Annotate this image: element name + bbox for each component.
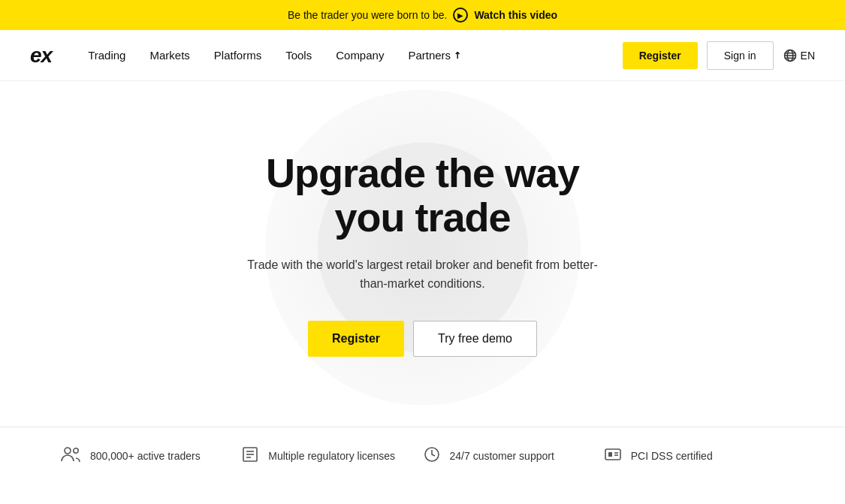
stats-bar: 800,000+ active traders Multiple regulat… (0, 427, 845, 486)
support-text: 24/7 customer support (450, 449, 554, 464)
regulatory-icon (241, 445, 259, 468)
logo-text: ex (30, 44, 52, 67)
language-button[interactable]: EN (783, 48, 815, 63)
top-banner: Be the trader you were born to be. ▶ Wat… (0, 0, 845, 30)
svg-rect-12 (605, 449, 620, 460)
regulatory-text: Multiple regulatory licenses (268, 449, 395, 464)
hero-register-button[interactable]: Register (308, 321, 404, 357)
nav-item-company[interactable]: Company (336, 49, 384, 62)
active-traders-icon (60, 445, 81, 468)
hero-section: Upgrade the way you trade Trade with the… (0, 81, 845, 427)
nav-item-tools[interactable]: Tools (285, 49, 312, 62)
pci-icon (604, 445, 622, 468)
hero-buttons: Register Try free demo (243, 321, 603, 357)
nav-item-platforms[interactable]: Platforms (214, 49, 261, 62)
nav-item-markets[interactable]: Markets (149, 49, 189, 62)
nav-link-company[interactable]: Company (336, 49, 384, 62)
stat-regulatory: Multiple regulatory licenses (241, 445, 422, 468)
nav-signin-button[interactable]: Sign in (707, 41, 774, 70)
stat-pci: PCI DSS certified (604, 445, 785, 468)
support-icon (423, 445, 441, 468)
logo[interactable]: ex (30, 44, 52, 68)
nav-link-partners[interactable]: Partners ↗ (408, 49, 461, 62)
banner-text: Be the trader you were born to be. (288, 9, 447, 21)
active-traders-text: 800,000+ active traders (90, 449, 201, 464)
hero-subtitle: Trade with the world's largest retail br… (243, 255, 603, 294)
banner-cta[interactable]: Watch this video (474, 9, 557, 21)
nav-links: Trading Markets Platforms Tools Company (88, 49, 623, 62)
svg-rect-13 (608, 452, 612, 457)
hero-demo-button[interactable]: Try free demo (413, 321, 537, 357)
svg-point-5 (65, 448, 71, 454)
play-icon: ▶ (453, 8, 468, 23)
stat-active-traders: 800,000+ active traders (60, 445, 241, 468)
nav-link-tools[interactable]: Tools (285, 49, 312, 62)
hero-content: Upgrade the way you trade Trade with the… (243, 151, 603, 357)
stat-support: 24/7 customer support (423, 445, 604, 468)
nav-item-trading[interactable]: Trading (88, 49, 125, 62)
nav-link-trading[interactable]: Trading (88, 49, 125, 62)
language-label: EN (801, 50, 815, 62)
nav-link-platforms[interactable]: Platforms (214, 49, 261, 62)
main-nav: ex Trading Markets Platforms Tools Compa… (0, 30, 845, 81)
hero-title: Upgrade the way you trade (243, 151, 603, 240)
nav-link-markets[interactable]: Markets (149, 49, 189, 62)
nav-register-button[interactable]: Register (623, 42, 698, 69)
nav-item-partners[interactable]: Partners ↗ (408, 49, 461, 62)
svg-point-6 (74, 448, 78, 453)
globe-icon (783, 48, 798, 63)
nav-actions: Register Sign in EN (623, 41, 815, 70)
pci-text: PCI DSS certified (631, 449, 713, 464)
external-link-icon: ↗ (451, 49, 464, 62)
